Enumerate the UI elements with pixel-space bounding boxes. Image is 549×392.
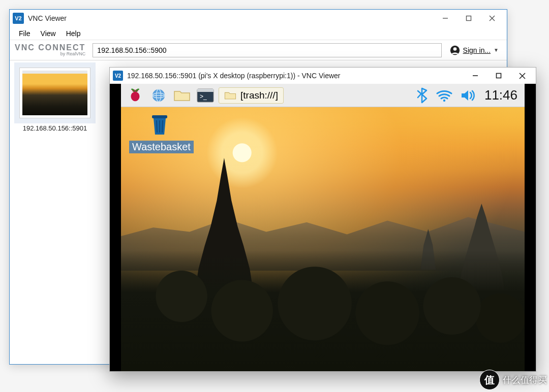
menu-view[interactable]: View	[36, 28, 61, 39]
address-bar[interactable]	[93, 43, 441, 57]
front-window-title: 192.168.50.156::5901 (pi's X desktop (ra…	[127, 72, 464, 80]
terminal-icon: >_	[197, 88, 214, 103]
svg-rect-15	[197, 89, 214, 92]
svg-line-2	[490, 16, 495, 21]
watermark: 值 什么值得买	[479, 370, 547, 390]
thumbnail-caption: 192.168.50.156::5901	[17, 124, 93, 132]
silhouette	[121, 250, 525, 371]
trash-icon	[149, 112, 170, 137]
svg-line-3	[490, 16, 495, 21]
sign-in-button[interactable]: Sign in... ▼	[447, 43, 502, 57]
chevron-down-icon: ▼	[494, 47, 499, 53]
folder-icon	[224, 90, 236, 101]
wifi-button[interactable]	[436, 89, 453, 102]
desktop-wastebasket[interactable]: Wastebasket	[129, 112, 190, 153]
taskbar-window-label: [trash:///]	[240, 90, 278, 101]
toolbar: vnc connect by RealVNC Sign in... ▼	[10, 40, 507, 60]
menubar: File View Help	[10, 27, 507, 40]
svg-rect-7	[497, 74, 501, 78]
vnc-session-window: V2 192.168.50.156::5901 (pi's X desktop …	[109, 67, 536, 372]
desktop-icon-label: Wastebasket	[129, 141, 194, 153]
raspberry-icon	[128, 88, 143, 103]
pi-menu-button[interactable]	[125, 86, 145, 105]
svg-line-19	[157, 120, 157, 133]
back-minimize-button[interactable]	[434, 10, 457, 26]
back-window-title: VNC Viewer	[28, 14, 434, 22]
avatar-icon	[450, 45, 460, 55]
connection-thumbnail[interactable]: 192.168.50.156::5901	[17, 68, 93, 132]
taskbar-window-trash[interactable]: [trash:///]	[219, 87, 284, 104]
bluetooth-icon	[416, 87, 429, 104]
menu-file[interactable]: File	[14, 28, 36, 39]
maximize-icon	[496, 73, 502, 79]
web-browser-button[interactable]	[148, 86, 169, 105]
minimize-icon	[442, 15, 448, 21]
brand-line1: vnc connect	[15, 44, 85, 52]
vnc-app-icon: V2	[113, 71, 123, 81]
back-close-button[interactable]	[480, 10, 504, 26]
svg-point-17	[443, 99, 445, 101]
front-titlebar: V2 192.168.50.156::5901 (pi's X desktop …	[110, 68, 536, 84]
svg-rect-1	[467, 16, 471, 21]
watermark-text: 什么值得买	[503, 374, 547, 386]
volume-button[interactable]	[460, 88, 476, 103]
front-close-button[interactable]	[510, 68, 534, 83]
speaker-icon	[460, 88, 476, 103]
svg-point-5	[453, 47, 456, 51]
close-icon	[519, 73, 526, 79]
maximize-icon	[466, 15, 472, 21]
sign-in-label: Sign in...	[463, 46, 491, 54]
pi-taskbar: >_ [trash:///]	[121, 84, 525, 107]
thumbnail-preview	[19, 68, 90, 118]
front-maximize-button[interactable]	[487, 68, 510, 83]
svg-text:>_: >_	[200, 93, 207, 100]
wifi-icon	[436, 89, 453, 102]
terminal-button[interactable]: >_	[195, 86, 216, 105]
vnc-app-icon: V2	[13, 13, 24, 24]
brand-logo: vnc connect by RealVNC	[15, 44, 85, 56]
file-manager-button[interactable]	[172, 86, 192, 105]
folder-icon	[173, 88, 191, 103]
front-minimize-button[interactable]	[464, 68, 487, 83]
minimize-icon	[472, 73, 478, 79]
watermark-badge: 值	[479, 370, 500, 390]
remote-desktop-view[interactable]: >_ [trash:///]	[110, 84, 536, 371]
system-tray: 11:46	[416, 87, 521, 104]
close-icon	[489, 15, 495, 21]
bluetooth-button[interactable]	[416, 87, 429, 104]
back-maximize-button[interactable]	[457, 10, 480, 26]
menu-help[interactable]: Help	[61, 28, 86, 39]
svg-rect-18	[152, 115, 167, 118]
back-titlebar: V2 VNC Viewer	[10, 10, 507, 27]
taskbar-clock[interactable]: 11:46	[483, 87, 521, 103]
raspberry-pi-desktop: >_ [trash:///]	[121, 84, 525, 371]
svg-line-21	[162, 120, 163, 133]
brand-line2: by RealVNC	[15, 52, 85, 56]
globe-icon	[151, 88, 166, 103]
